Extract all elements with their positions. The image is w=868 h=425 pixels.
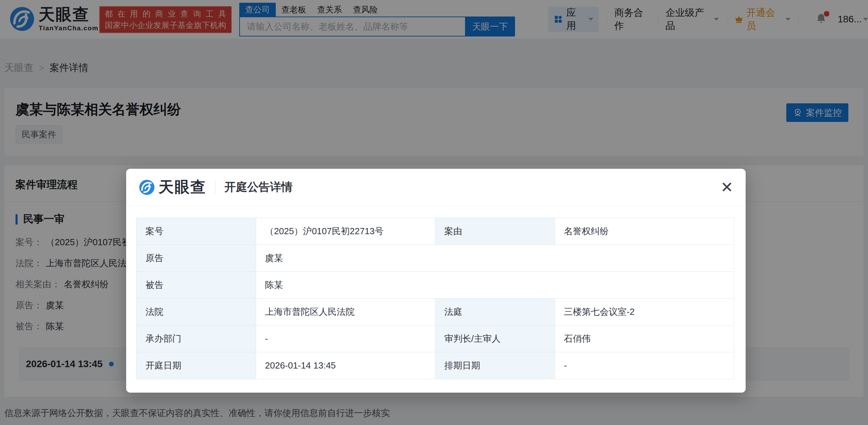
modal-logo-name: 天眼查: [159, 177, 206, 197]
cell-label: 案号: [137, 218, 256, 245]
table-row: 法院 上海市普陀区人民法院 法庭 三楼第七会议室-2: [137, 299, 734, 325]
cell-label: 审判长/主审人: [435, 325, 555, 352]
cell-value: 陈某: [256, 272, 734, 299]
modal-title: 开庭公告详情: [224, 179, 293, 195]
table-row: 案号 （2025）沪0107民初22713号 案由 名誉权纠纷: [137, 218, 734, 245]
close-icon[interactable]: ✕: [720, 180, 733, 195]
cell-value: -: [256, 325, 435, 352]
cell-value: 名誉权纠纷: [555, 218, 734, 245]
cell-label: 原告: [137, 245, 256, 272]
modal-header-divider: [215, 181, 215, 194]
cell-value: 三楼第七会议室-2: [555, 299, 734, 325]
cell-label: 法院: [137, 299, 256, 325]
table-row: 被告 陈某: [137, 272, 734, 299]
cell-label: 开庭日期: [137, 352, 256, 379]
cell-value: 石俏伟: [555, 325, 734, 352]
cell-label: 法庭: [435, 299, 555, 325]
cell-label: 排期日期: [435, 352, 555, 379]
tianyancha-swirl-icon: [139, 179, 155, 196]
table-row: 承办部门 - 审判长/主审人 石俏伟: [137, 325, 734, 352]
cell-label: 案由: [435, 218, 555, 245]
page: 天眼查 TianYanCha.com 都在用的商业查询工具 国家中小企业发展子基…: [0, 0, 868, 425]
cell-value: 虞某: [256, 245, 734, 272]
cell-label: 被告: [137, 272, 256, 299]
table-row: 原告 虞某: [137, 245, 734, 272]
cell-value: -: [555, 352, 734, 379]
modal-header: 天眼查 开庭公告详情 ✕: [126, 169, 746, 206]
cell-label: 承办部门: [137, 325, 256, 352]
table-row: 开庭日期 2026-01-14 13:45 排期日期 -: [137, 352, 734, 379]
hearing-detail-table: 案号 （2025）沪0107民初22713号 案由 名誉权纠纷 原告 虞某 被告…: [136, 218, 734, 379]
cell-value: 上海市普陀区人民法院: [256, 299, 435, 325]
cell-value: （2025）沪0107民初22713号: [256, 218, 435, 245]
cell-value: 2026-01-14 13:45: [256, 352, 435, 379]
hearing-detail-modal: 天眼查 开庭公告详情 ✕ 案号 （2025）沪0107民初22713号 案由 名…: [126, 169, 746, 393]
